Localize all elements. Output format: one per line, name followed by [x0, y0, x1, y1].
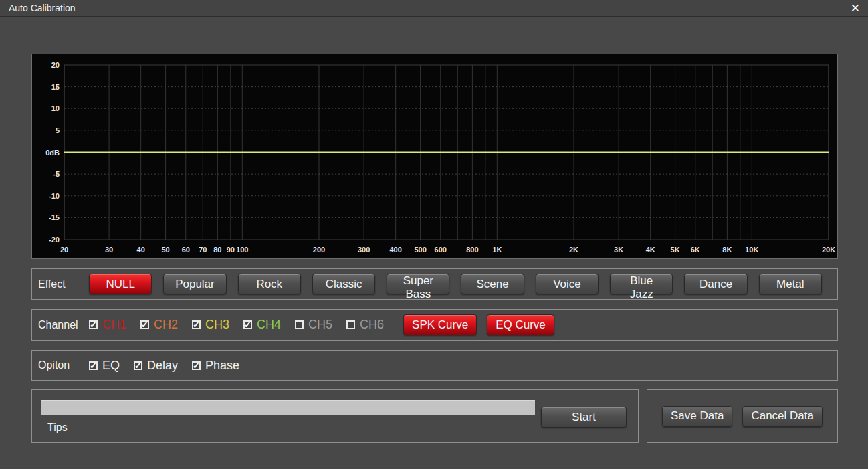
checkbox-icon: ✓ — [89, 361, 98, 370]
effect-button-null[interactable]: NULL — [89, 274, 152, 294]
effect-label: Effect — [32, 278, 89, 290]
svg-text:300: 300 — [358, 246, 370, 254]
progress-bar — [41, 400, 535, 415]
option-label-eq: EQ — [102, 359, 120, 373]
svg-text:70: 70 — [199, 246, 207, 254]
checkbox-icon: ✓ — [192, 320, 201, 329]
svg-text:8K: 8K — [722, 246, 732, 254]
svg-text:100: 100 — [236, 246, 248, 254]
option-label: Opiton — [32, 359, 89, 371]
tips-label: Tips — [47, 421, 68, 434]
channel-label-ch5: CH5 — [308, 318, 332, 332]
svg-text:-20: -20 — [49, 236, 60, 244]
svg-text:-10: -10 — [49, 192, 60, 200]
window-title: Auto Calibration — [9, 3, 76, 13]
channel-label-ch4: CH4 — [257, 318, 281, 332]
channel-label-ch1: CH1 — [102, 318, 126, 332]
checkbox-icon: ✓ — [89, 320, 98, 329]
checkbox-icon: ✓ — [192, 361, 201, 370]
start-button[interactable]: Start — [541, 407, 627, 428]
progress-panel: Tips Start — [31, 389, 639, 443]
svg-text:80: 80 — [213, 246, 221, 254]
svg-text:20K: 20K — [822, 246, 835, 254]
svg-text:-15: -15 — [49, 213, 60, 221]
checkbox-icon: ✓ — [140, 320, 149, 329]
channel-label-ch2: CH2 — [154, 318, 178, 332]
spk-curve-button[interactable]: SPK Curve — [403, 314, 477, 335]
svg-text:500: 500 — [414, 246, 426, 254]
effect-buttons: NULLPopularRockClassicSuper BassSceneVoi… — [89, 274, 837, 294]
effect-button-blue-jazz[interactable]: Blue Jazz — [610, 274, 673, 294]
svg-text:60: 60 — [182, 246, 190, 254]
option-label-phase: Phase — [205, 359, 239, 373]
chart-svg: 20151050dB-5-10-15-202030405060708090100… — [32, 54, 837, 258]
channel-panel: Channel ✓CH1✓CH2✓CH3✓CH4CH5CH6 SPK Curve… — [31, 309, 838, 341]
svg-text:90: 90 — [227, 246, 235, 254]
frequency-response-chart: 20151050dB-5-10-15-202030405060708090100… — [31, 54, 838, 259]
channel-checkbox-ch1[interactable]: ✓CH1 — [89, 318, 126, 332]
svg-text:20: 20 — [60, 246, 68, 254]
effect-button-rock[interactable]: Rock — [238, 274, 301, 294]
checkbox-icon: ✓ — [243, 320, 252, 329]
option-checkboxes: ✓EQ✓Delay✓Phase — [89, 359, 253, 373]
svg-text:400: 400 — [390, 246, 402, 254]
save-data-button[interactable]: Save Data — [662, 406, 732, 427]
svg-text:600: 600 — [435, 246, 447, 254]
effect-button-classic[interactable]: Classic — [312, 274, 375, 294]
channel-checkbox-ch3[interactable]: ✓CH3 — [192, 318, 229, 332]
auto-calibration-window: Auto Calibration ✕ 20151050dB-5-10-15-20… — [0, 0, 868, 469]
svg-text:10: 10 — [51, 104, 60, 112]
curve-buttons: SPK CurveEQ Curve — [403, 314, 554, 335]
effect-button-super-bass[interactable]: Super Bass — [387, 274, 449, 294]
effect-button-metal[interactable]: Metal — [759, 274, 822, 294]
option-checkbox-delay[interactable]: ✓Delay — [134, 359, 178, 373]
channel-label: Channel — [32, 319, 89, 331]
svg-text:2K: 2K — [569, 246, 578, 254]
close-icon[interactable]: ✕ — [851, 1, 860, 16]
eq-curve-button[interactable]: EQ Curve — [487, 314, 554, 335]
svg-text:200: 200 — [313, 246, 325, 254]
svg-text:-5: -5 — [53, 170, 60, 178]
svg-text:1K: 1K — [492, 246, 502, 254]
svg-text:800: 800 — [466, 246, 478, 254]
effect-button-popular[interactable]: Popular — [163, 274, 226, 294]
option-checkbox-eq[interactable]: ✓EQ — [89, 359, 120, 373]
svg-text:50: 50 — [161, 246, 169, 254]
svg-text:5K: 5K — [671, 246, 680, 254]
svg-text:6K: 6K — [691, 246, 700, 254]
actions-panel: Save Data Cancel Data — [647, 389, 838, 443]
effect-button-voice[interactable]: Voice — [536, 274, 599, 294]
channel-label-ch3: CH3 — [205, 318, 229, 332]
option-panel: Opiton ✓EQ✓Delay✓Phase — [31, 350, 838, 381]
channel-checkbox-ch4[interactable]: ✓CH4 — [243, 318, 281, 332]
effect-button-dance[interactable]: Dance — [684, 274, 747, 294]
channel-label-ch6: CH6 — [360, 318, 384, 332]
checkbox-icon — [295, 320, 304, 329]
channel-checkbox-ch2[interactable]: ✓CH2 — [140, 318, 178, 332]
checkbox-icon — [346, 320, 355, 329]
channel-checkbox-ch6[interactable]: CH6 — [346, 318, 384, 332]
channel-checkboxes: ✓CH1✓CH2✓CH3✓CH4CH5CH6 — [89, 318, 398, 332]
checkbox-icon: ✓ — [134, 361, 142, 370]
svg-text:40: 40 — [137, 246, 145, 254]
svg-text:30: 30 — [105, 246, 113, 254]
effect-button-scene[interactable]: Scene — [461, 274, 524, 294]
svg-text:3K: 3K — [614, 246, 623, 254]
svg-text:0dB: 0dB — [45, 149, 60, 157]
svg-text:20: 20 — [51, 61, 60, 69]
channel-checkbox-ch5[interactable]: CH5 — [295, 318, 332, 332]
title-bar: Auto Calibration ✕ — [0, 0, 868, 17]
svg-text:10K: 10K — [745, 246, 758, 254]
cancel-data-button[interactable]: Cancel Data — [742, 406, 823, 427]
svg-text:4K: 4K — [646, 246, 655, 254]
option-label-delay: Delay — [147, 359, 178, 373]
svg-text:5: 5 — [56, 126, 60, 134]
svg-text:15: 15 — [51, 83, 60, 91]
option-checkbox-phase[interactable]: ✓Phase — [192, 359, 239, 373]
effect-panel: Effect NULLPopularRockClassicSuper BassS… — [31, 268, 838, 300]
